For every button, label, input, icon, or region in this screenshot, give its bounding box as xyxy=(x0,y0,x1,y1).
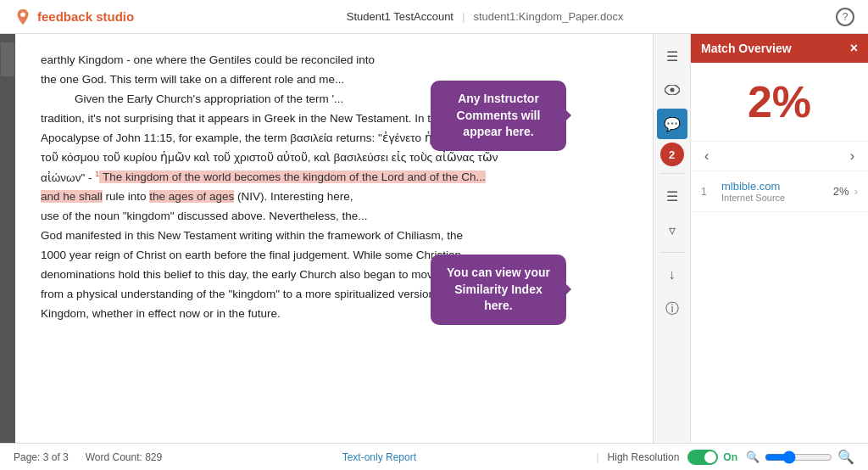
high-resolution-toggle[interactable] xyxy=(687,450,718,465)
footer-divider: | xyxy=(596,451,598,463)
match-overview-header: Match Overview × xyxy=(691,34,868,63)
header-center: Student1 TestAccount | student1:Kingdom_… xyxy=(347,10,624,23)
match-item-percentage: 2% xyxy=(833,185,849,198)
match-overview-panel: Match Overview × 2% ‹ › 1 mlbible.com In… xyxy=(690,34,868,443)
page-info: Page: 3 of 3 xyxy=(14,451,69,463)
layers-button[interactable]: ☰ xyxy=(657,41,687,71)
match-source-type: Internet Source xyxy=(721,193,828,203)
logo-icon xyxy=(14,8,32,26)
match-source-name: mlbible.com xyxy=(721,180,828,193)
match-nav-next[interactable]: › xyxy=(845,147,860,165)
right-toolbar: ☰ 💬 2 ☰ ▿ ↓ ⓘ xyxy=(653,34,690,443)
toggle-knob xyxy=(704,451,716,463)
eye-icon xyxy=(665,85,680,95)
footer-right: | High Resolution On 🔍 🔍 xyxy=(596,449,854,465)
toolbar-separator-1 xyxy=(659,173,685,174)
header-right: ? xyxy=(836,8,854,26)
match-nav: ‹ › xyxy=(691,142,868,171)
text-line-8: and he shall rule into the ages of ages … xyxy=(41,187,627,207)
highlighted-text-1: The kingdom of the world becomes the kin… xyxy=(99,171,486,183)
eye-button[interactable] xyxy=(657,75,687,105)
match-item-info: mlbible.com Internet Source xyxy=(721,180,828,203)
word-count: Word Count: 829 xyxy=(86,451,163,463)
match-list: 1 mlbible.com Internet Source 2% › xyxy=(691,171,868,443)
left-tab[interactable] xyxy=(1,42,14,76)
header-left: feedback studio xyxy=(14,8,134,26)
app-logo: feedback studio xyxy=(14,8,134,26)
zoom-control: 🔍 🔍 xyxy=(746,449,854,465)
logo-text: feedback studio xyxy=(37,9,134,24)
tooltip-instructor-comments: Any Instructor Comments will appear here… xyxy=(431,81,566,151)
tooltip-similarity-index: You can view your Similarity Index here. xyxy=(431,255,566,325)
list-button[interactable]: ☰ xyxy=(657,181,687,211)
match-nav-prev[interactable]: ‹ xyxy=(699,147,714,165)
text-only-report-link[interactable]: Text-only Report xyxy=(342,451,416,463)
zoom-slider[interactable] xyxy=(765,450,832,464)
help-button[interactable]: ? xyxy=(836,8,854,26)
footer: Page: 3 of 3 Word Count: 829 Text-only R… xyxy=(0,443,868,470)
text-line-6: τοῦ κόσμου τοῦ κυρίου ἡμῶν καὶ τοῦ χριστ… xyxy=(41,148,627,168)
highlighted-text-3: the ages of ages xyxy=(149,190,234,203)
document-area: earthly Kingdom - one where the Gentiles… xyxy=(15,34,653,443)
highlighted-text-2: and he shall xyxy=(41,190,103,203)
high-resolution-label: High Resolution xyxy=(608,451,680,463)
text-line-9: use of the noun "kingdom" discussed abov… xyxy=(41,207,627,227)
svg-point-1 xyxy=(670,88,674,92)
filename: student1:Kingdom_Paper.docx xyxy=(473,10,623,23)
match-overview-close[interactable]: × xyxy=(850,41,858,56)
similarity-button[interactable]: 2 xyxy=(660,143,684,166)
footer-left: Page: 3 of 3 Word Count: 829 xyxy=(14,451,162,463)
match-item[interactable]: 1 mlbible.com Internet Source 2% › xyxy=(691,171,868,212)
comments-button[interactable]: 💬 xyxy=(657,109,687,139)
toggle-label: On xyxy=(723,451,737,463)
text-line-1: earthly Kingdom - one where the Gentiles… xyxy=(41,51,627,70)
header-divider: | xyxy=(462,10,465,23)
match-percentage: 2% xyxy=(691,63,868,142)
info-button[interactable]: ⓘ xyxy=(657,294,687,324)
text-line-7: αἰώνων" - 1 The kingdom of the world bec… xyxy=(41,168,627,187)
toolbar-separator-2 xyxy=(659,252,685,253)
left-sidebar xyxy=(0,34,15,443)
toggle-container: On xyxy=(687,450,737,465)
zoom-in-icon[interactable]: 🔍 xyxy=(837,449,854,465)
main-layout: earthly Kingdom - one where the Gentiles… xyxy=(0,34,868,443)
zoom-out-icon[interactable]: 🔍 xyxy=(746,450,760,463)
match-overview-title: Match Overview xyxy=(701,42,792,55)
student-name: Student1 TestAccount xyxy=(347,10,453,23)
filter-button[interactable]: ▿ xyxy=(657,215,687,245)
header: feedback studio Student1 TestAccount | s… xyxy=(0,0,868,34)
download-button[interactable]: ↓ xyxy=(657,260,687,290)
text-line-10: God manifested in this New Testament wri… xyxy=(41,227,627,246)
svg-point-0 xyxy=(20,12,25,17)
match-item-chevron: › xyxy=(854,185,858,198)
match-item-num: 1 xyxy=(701,186,715,198)
